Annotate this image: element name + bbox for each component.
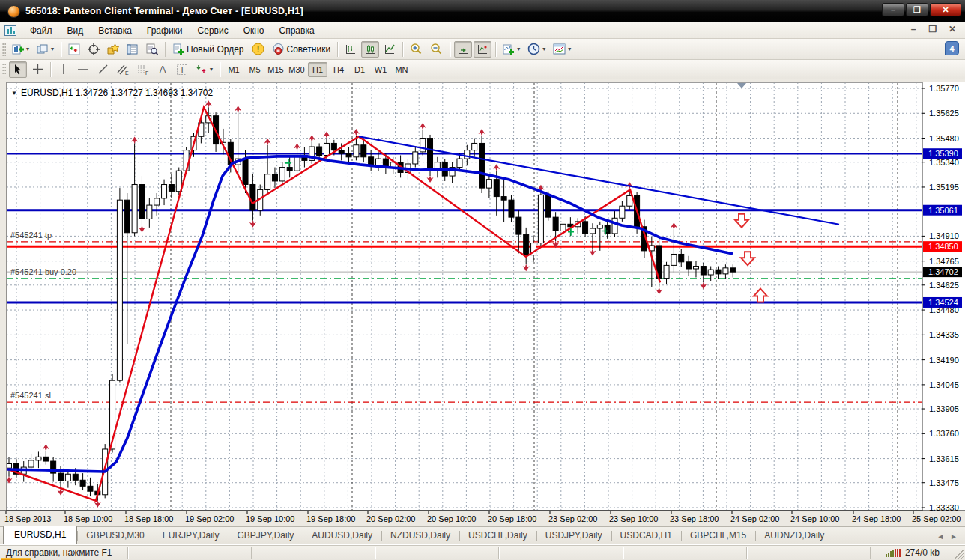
tab-scroll-left-button[interactable]: ◄ <box>937 532 944 541</box>
fibonacci-tool[interactable]: F <box>133 61 152 78</box>
candle-body <box>139 185 145 219</box>
text-label-icon: T <box>176 64 188 76</box>
chart-tab-gbpchf-m15[interactable]: GBPCHF,M15 <box>681 527 755 544</box>
zoom-in-button[interactable] <box>407 41 426 58</box>
timeframe-m15[interactable]: M15 <box>266 62 285 77</box>
menu-item-4[interactable]: Сервис <box>190 23 236 38</box>
price-tick-label: 1.34335 <box>929 330 959 339</box>
chevron-down-icon: ▾ <box>26 46 29 52</box>
time-tick-label: 20 Sep 18:00 <box>488 514 536 523</box>
zoom-out-button[interactable] <box>427 41 446 58</box>
chart-tab-audnzd-daily[interactable]: AUDNZD,Daily <box>755 527 833 544</box>
candle-body <box>43 457 49 461</box>
chart-tab-usdcad-h1[interactable]: USDCAD,H1 <box>611 527 681 544</box>
profiles-button[interactable]: ▾ <box>34 41 57 58</box>
child-close-button[interactable]: ✕ <box>946 24 959 34</box>
price-tick-label: 1.34625 <box>929 281 959 290</box>
chart-tab-usdjpy-daily[interactable]: USDJPY,Daily <box>536 527 611 544</box>
vertical-line-tool[interactable] <box>55 61 73 78</box>
bar-chart-mode-button[interactable] <box>342 41 360 58</box>
toolbar-grip[interactable] <box>2 43 6 56</box>
auto-scroll-button[interactable] <box>454 41 472 58</box>
arrows-tool[interactable]: ▾ <box>193 61 216 78</box>
favorites-button[interactable] <box>104 41 122 58</box>
connection-bars-icon <box>886 548 901 557</box>
expert-advisors-button[interactable]: Советники <box>269 41 334 58</box>
chart-tab-eurusd-h1[interactable]: EURUSD,H1 <box>3 526 77 544</box>
data-window-button[interactable] <box>143 41 161 58</box>
alerts-button[interactable]: ! <box>249 41 267 58</box>
order-label: #545241 buy 0.20 <box>10 267 76 276</box>
chart-tab-eurjpy-daily[interactable]: EURJPY,Daily <box>154 527 229 544</box>
symbols-button[interactable] <box>65 41 83 58</box>
timeframe-h4[interactable]: H4 <box>329 62 348 77</box>
channel-icon: E <box>116 64 129 76</box>
chevron-down-icon: ▾ <box>542 46 545 52</box>
periods-button[interactable]: ▾ <box>524 41 548 58</box>
toolbar-grip[interactable] <box>2 63 6 76</box>
menu-item-2[interactable]: Вставка <box>91 23 139 38</box>
candle-body <box>346 153 351 157</box>
child-restore-button[interactable]: ❐ <box>926 24 940 34</box>
menu-item-5[interactable]: Окно <box>236 23 272 38</box>
chart-tab-nzdusd-daily[interactable]: NZDUSD,Daily <box>381 527 459 544</box>
notification-badge[interactable]: 4 <box>945 41 959 55</box>
chart-canvas[interactable]: #545241 tp#545241 buy 0.20#545241 sl▼EUR… <box>0 79 965 526</box>
chart-tab-audusd-daily[interactable]: AUDUSD,Daily <box>303 527 381 544</box>
crosshair-tool-button[interactable] <box>28 61 46 78</box>
trendline-tool[interactable] <box>94 61 112 78</box>
chevron-down-icon: ▾ <box>210 66 213 73</box>
candle-body <box>679 254 684 261</box>
crosshair-icon <box>32 64 43 75</box>
menu-item-0[interactable]: Файл <box>22 23 60 38</box>
time-tick-label: 19 Sep 10:00 <box>246 514 294 523</box>
menu-item-1[interactable]: Вид <box>60 23 91 38</box>
timeframe-w1[interactable]: W1 <box>371 62 390 77</box>
timeframe-h1[interactable]: H1 <box>308 62 327 77</box>
menu-item-3[interactable]: Графики <box>139 23 190 38</box>
chart-tab-gbpjpy-daily[interactable]: GBPJPY,Daily <box>229 527 303 544</box>
candle-body <box>265 174 270 190</box>
timeframe-m1[interactable]: M1 <box>224 62 243 77</box>
chart-tab-usdchf-daily[interactable]: USDCHF,Daily <box>459 527 536 544</box>
price-tick-label: 1.35195 <box>929 183 959 192</box>
cursor-tool-button[interactable] <box>9 61 27 78</box>
resize-grip[interactable] <box>954 549 964 559</box>
expert-advisors-label: Советники <box>287 44 331 55</box>
status-bar: Для справки, нажмите F1 274/0 kb <box>0 544 965 560</box>
price-chip-label: 1.34524 <box>928 298 958 307</box>
line-chart-icon <box>384 43 396 55</box>
candle-body <box>88 486 93 491</box>
time-tick-label: 24 Sep 18:00 <box>852 514 901 523</box>
candle-body <box>124 200 130 233</box>
templates-button[interactable]: ▾ <box>550 41 574 58</box>
market-watch-button[interactable] <box>124 41 142 58</box>
candle-body <box>486 180 491 188</box>
text-label-tool[interactable]: T <box>173 61 191 78</box>
price-tick-label: 1.35770 <box>929 84 959 93</box>
new-chart-button[interactable]: ▾ <box>9 41 32 58</box>
favorites-star-icon <box>107 43 119 55</box>
close-button[interactable]: ✕ <box>930 3 961 16</box>
timeframe-m30[interactable]: M30 <box>287 62 306 77</box>
maximize-button[interactable]: ❐ <box>906 3 928 16</box>
menu-item-6[interactable]: Справка <box>272 23 322 38</box>
timeframe-d1[interactable]: D1 <box>350 62 369 77</box>
child-minimize-button[interactable]: – <box>907 24 920 34</box>
chart-tab-gbpusd-m30[interactable]: GBPUSD,M30 <box>77 527 153 544</box>
minimize-button[interactable]: – <box>882 3 904 16</box>
indicators-button[interactable]: ▾ <box>500 41 523 58</box>
tab-scroll-right-button[interactable]: ► <box>950 532 958 541</box>
crosshair-target-button[interactable] <box>85 41 103 58</box>
chart-shift-button[interactable] <box>474 41 491 58</box>
expert-advisors-icon <box>272 43 285 55</box>
line-chart-mode-button[interactable] <box>381 41 399 58</box>
text-tool[interactable]: A <box>154 61 172 78</box>
clock-icon <box>527 43 540 55</box>
timeframe-m5[interactable]: M5 <box>245 62 264 77</box>
horizontal-line-tool[interactable] <box>74 61 92 78</box>
timeframe-mn[interactable]: MN <box>392 62 411 77</box>
new-order-button[interactable]: Новый Ордер <box>169 41 246 58</box>
equidistant-channel-tool[interactable]: E <box>113 61 132 78</box>
candlestick-mode-button[interactable] <box>361 41 379 58</box>
